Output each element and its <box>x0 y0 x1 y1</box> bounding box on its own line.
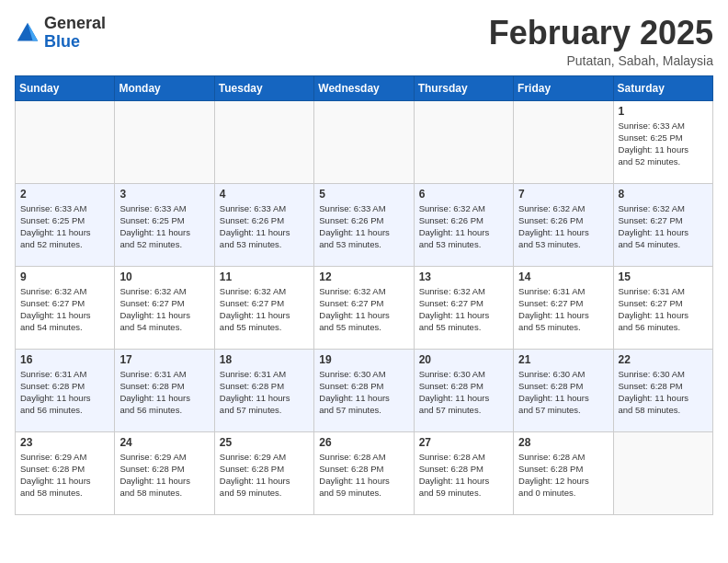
calendar-day-cell: 17Sunrise: 6:31 AM Sunset: 6:28 PM Dayli… <box>115 349 214 431</box>
day-info: Sunrise: 6:28 AM Sunset: 6:28 PM Dayligh… <box>419 451 508 500</box>
day-info: Sunrise: 6:30 AM Sunset: 6:28 PM Dayligh… <box>619 368 708 417</box>
day-number: 4 <box>220 188 309 201</box>
calendar-day-cell: 21Sunrise: 6:30 AM Sunset: 6:28 PM Dayli… <box>514 349 613 431</box>
day-number: 28 <box>518 436 608 449</box>
weekday-header-thursday: Thursday <box>414 75 513 100</box>
day-number: 14 <box>518 270 608 283</box>
day-info: Sunrise: 6:31 AM Sunset: 6:28 PM Dayligh… <box>220 368 309 417</box>
day-info: Sunrise: 6:28 AM Sunset: 6:28 PM Dayligh… <box>518 451 608 500</box>
day-info: Sunrise: 6:32 AM Sunset: 6:26 PM Dayligh… <box>518 202 608 251</box>
calendar-day-cell <box>613 431 712 514</box>
day-info: Sunrise: 6:31 AM Sunset: 6:28 PM Dayligh… <box>20 368 109 417</box>
calendar-day-cell: 24Sunrise: 6:29 AM Sunset: 6:28 PM Dayli… <box>115 431 214 514</box>
logo-blue: Blue <box>44 32 80 51</box>
day-number: 7 <box>518 188 608 201</box>
calendar-day-cell: 12Sunrise: 6:32 AM Sunset: 6:27 PM Dayli… <box>314 266 414 349</box>
day-info: Sunrise: 6:32 AM Sunset: 6:27 PM Dayligh… <box>220 285 309 334</box>
day-info: Sunrise: 6:30 AM Sunset: 6:28 PM Dayligh… <box>518 368 608 417</box>
day-info: Sunrise: 6:31 AM Sunset: 6:27 PM Dayligh… <box>518 285 608 334</box>
calendar-day-cell: 25Sunrise: 6:29 AM Sunset: 6:28 PM Dayli… <box>214 431 313 514</box>
calendar-day-cell: 6Sunrise: 6:32 AM Sunset: 6:26 PM Daylig… <box>414 183 513 266</box>
weekday-header-tuesday: Tuesday <box>214 75 313 100</box>
weekday-header-monday: Monday <box>115 75 214 100</box>
calendar-day-cell <box>514 100 613 183</box>
day-info: Sunrise: 6:31 AM Sunset: 6:28 PM Dayligh… <box>119 368 209 417</box>
day-number: 3 <box>119 188 209 201</box>
day-number: 1 <box>619 105 708 118</box>
day-info: Sunrise: 6:32 AM Sunset: 6:27 PM Dayligh… <box>20 285 109 334</box>
day-info: Sunrise: 6:31 AM Sunset: 6:27 PM Dayligh… <box>619 285 708 334</box>
calendar-day-cell: 9Sunrise: 6:32 AM Sunset: 6:27 PM Daylig… <box>16 266 115 349</box>
day-info: Sunrise: 6:29 AM Sunset: 6:28 PM Dayligh… <box>119 451 209 500</box>
location: Putatan, Sabah, Malaysia <box>489 53 713 68</box>
day-number: 10 <box>119 270 209 283</box>
day-info: Sunrise: 6:32 AM Sunset: 6:26 PM Dayligh… <box>419 202 508 251</box>
day-number: 18 <box>220 353 309 366</box>
day-info: Sunrise: 6:33 AM Sunset: 6:26 PM Dayligh… <box>319 202 408 251</box>
day-number: 12 <box>319 270 408 283</box>
day-number: 21 <box>518 353 608 366</box>
day-number: 2 <box>20 188 109 201</box>
day-number: 24 <box>119 436 209 449</box>
calendar-day-cell: 13Sunrise: 6:32 AM Sunset: 6:27 PM Dayli… <box>414 266 513 349</box>
day-number: 23 <box>20 436 109 449</box>
page-header: General Blue February 2025 Putatan, Saba… <box>15 15 713 68</box>
month-title: February 2025 <box>489 15 713 52</box>
day-number: 5 <box>319 188 408 201</box>
day-number: 17 <box>119 353 209 366</box>
calendar-day-cell <box>214 100 313 183</box>
calendar-day-cell: 15Sunrise: 6:31 AM Sunset: 6:27 PM Dayli… <box>613 266 712 349</box>
day-number: 27 <box>419 436 508 449</box>
day-info: Sunrise: 6:29 AM Sunset: 6:28 PM Dayligh… <box>220 451 309 500</box>
day-number: 25 <box>220 436 309 449</box>
day-number: 26 <box>319 436 408 449</box>
logo: General Blue <box>15 15 106 52</box>
day-info: Sunrise: 6:33 AM Sunset: 6:25 PM Dayligh… <box>20 202 109 251</box>
calendar-day-cell: 26Sunrise: 6:28 AM Sunset: 6:28 PM Dayli… <box>314 431 414 514</box>
day-info: Sunrise: 6:33 AM Sunset: 6:25 PM Dayligh… <box>119 202 209 251</box>
calendar-day-cell: 19Sunrise: 6:30 AM Sunset: 6:28 PM Dayli… <box>314 349 414 431</box>
day-number: 16 <box>20 353 109 366</box>
weekday-header-row: SundayMondayTuesdayWednesdayThursdayFrid… <box>16 75 713 100</box>
day-number: 8 <box>619 188 708 201</box>
day-info: Sunrise: 6:30 AM Sunset: 6:28 PM Dayligh… <box>319 368 408 417</box>
logo-text: General Blue <box>44 15 106 52</box>
day-info: Sunrise: 6:33 AM Sunset: 6:26 PM Dayligh… <box>220 202 309 251</box>
calendar-day-cell: 16Sunrise: 6:31 AM Sunset: 6:28 PM Dayli… <box>16 349 115 431</box>
calendar-day-cell: 10Sunrise: 6:32 AM Sunset: 6:27 PM Dayli… <box>115 266 214 349</box>
calendar-week-row: 2Sunrise: 6:33 AM Sunset: 6:25 PM Daylig… <box>16 183 713 266</box>
day-number: 19 <box>319 353 408 366</box>
calendar-day-cell: 20Sunrise: 6:30 AM Sunset: 6:28 PM Dayli… <box>414 349 513 431</box>
calendar-day-cell: 1Sunrise: 6:33 AM Sunset: 6:25 PM Daylig… <box>613 100 712 183</box>
calendar-week-row: 16Sunrise: 6:31 AM Sunset: 6:28 PM Dayli… <box>16 349 713 431</box>
day-number: 6 <box>419 188 508 201</box>
calendar-day-cell: 14Sunrise: 6:31 AM Sunset: 6:27 PM Dayli… <box>514 266 613 349</box>
calendar-day-cell: 2Sunrise: 6:33 AM Sunset: 6:25 PM Daylig… <box>16 183 115 266</box>
calendar-day-cell <box>314 100 414 183</box>
day-number: 13 <box>419 270 508 283</box>
weekday-header-sunday: Sunday <box>16 75 115 100</box>
day-number: 22 <box>619 353 708 366</box>
calendar-day-cell: 27Sunrise: 6:28 AM Sunset: 6:28 PM Dayli… <box>414 431 513 514</box>
day-info: Sunrise: 6:32 AM Sunset: 6:27 PM Dayligh… <box>319 285 408 334</box>
calendar-day-cell: 11Sunrise: 6:32 AM Sunset: 6:27 PM Dayli… <box>214 266 313 349</box>
calendar-day-cell: 23Sunrise: 6:29 AM Sunset: 6:28 PM Dayli… <box>16 431 115 514</box>
day-info: Sunrise: 6:28 AM Sunset: 6:28 PM Dayligh… <box>319 451 408 500</box>
calendar-day-cell: 4Sunrise: 6:33 AM Sunset: 6:26 PM Daylig… <box>214 183 313 266</box>
logo-general: General <box>44 14 106 32</box>
calendar-day-cell: 18Sunrise: 6:31 AM Sunset: 6:28 PM Dayli… <box>214 349 313 431</box>
day-info: Sunrise: 6:32 AM Sunset: 6:27 PM Dayligh… <box>619 202 708 251</box>
day-info: Sunrise: 6:32 AM Sunset: 6:27 PM Dayligh… <box>119 285 209 334</box>
day-info: Sunrise: 6:29 AM Sunset: 6:28 PM Dayligh… <box>20 451 109 500</box>
title-block: February 2025 Putatan, Sabah, Malaysia <box>489 15 713 68</box>
weekday-header-friday: Friday <box>514 75 613 100</box>
calendar-day-cell <box>115 100 214 183</box>
calendar-week-row: 23Sunrise: 6:29 AM Sunset: 6:28 PM Dayli… <box>16 431 713 514</box>
day-info: Sunrise: 6:32 AM Sunset: 6:27 PM Dayligh… <box>419 285 508 334</box>
calendar-week-row: 9Sunrise: 6:32 AM Sunset: 6:27 PM Daylig… <box>16 266 713 349</box>
calendar-day-cell: 5Sunrise: 6:33 AM Sunset: 6:26 PM Daylig… <box>314 183 414 266</box>
calendar-day-cell: 22Sunrise: 6:30 AM Sunset: 6:28 PM Dayli… <box>613 349 712 431</box>
calendar-day-cell <box>414 100 513 183</box>
day-info: Sunrise: 6:30 AM Sunset: 6:28 PM Dayligh… <box>419 368 508 417</box>
day-number: 11 <box>220 270 309 283</box>
